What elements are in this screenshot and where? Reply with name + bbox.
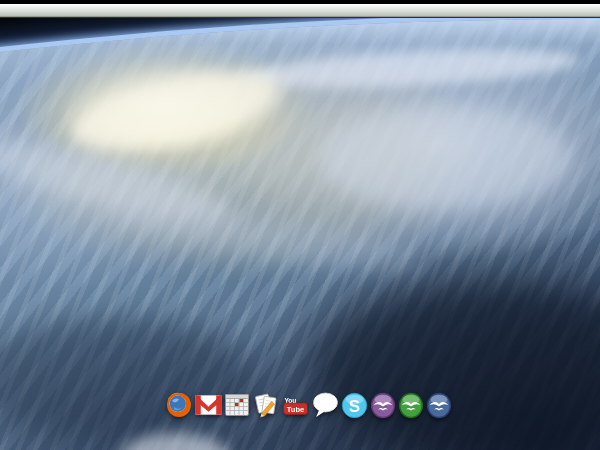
- top-panel: [0, 4, 600, 18]
- dock-item-skype[interactable]: S: [341, 392, 368, 419]
- openoffice-blue-icon: [426, 392, 452, 419]
- cloud-texture: [99, 191, 427, 283]
- dock-item-chat[interactable]: [311, 392, 339, 418]
- firefox-icon: [165, 391, 193, 419]
- dock-item-firefox[interactable]: [165, 391, 193, 419]
- dock-item-openoffice-blue[interactable]: [426, 392, 452, 419]
- dock-item-calendar[interactable]: [224, 393, 250, 417]
- youtube-icon: You Tube: [282, 395, 309, 416]
- chat-bubble-icon: [311, 392, 339, 418]
- cloud-texture: [318, 106, 573, 210]
- dock-item-gmail[interactable]: [195, 393, 222, 417]
- earth-horizon: [0, 19, 600, 450]
- cloud-texture: [239, 43, 580, 95]
- skype-letter: S: [349, 396, 360, 415]
- desktop-screen: You Tube S: [0, 0, 600, 450]
- documents-icon: [252, 391, 280, 419]
- dock-item-openoffice-green[interactable]: [398, 392, 424, 419]
- dark-ocean-texture: [0, 316, 250, 441]
- calendar-icon: [224, 393, 250, 417]
- openoffice-green-icon: [398, 392, 424, 419]
- gmail-icon: [195, 393, 222, 417]
- desktop-wallpaper: [0, 18, 600, 450]
- dock: You Tube S: [165, 391, 452, 419]
- openoffice-purple-icon: [370, 392, 396, 419]
- sunglint-cloud-texture: [63, 56, 287, 165]
- skype-icon: S: [341, 392, 368, 419]
- youtube-tube-text: Tube: [287, 404, 304, 413]
- dock-item-openoffice-purple[interactable]: [370, 392, 396, 419]
- youtube-you-text: You: [285, 396, 297, 403]
- dark-ocean-texture: [315, 283, 600, 450]
- dock-item-documents[interactable]: [252, 391, 280, 419]
- dock-item-youtube[interactable]: You Tube: [282, 395, 309, 416]
- earth-surface: [0, 19, 600, 450]
